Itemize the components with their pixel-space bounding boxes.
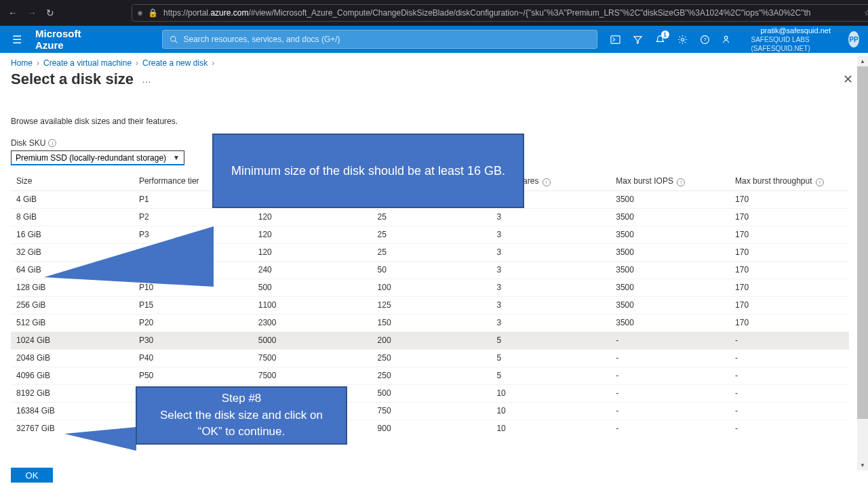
- reload-button[interactable]: ↻: [46, 7, 54, 18]
- table-row[interactable]: 1024 GiBP3050002005--: [11, 331, 849, 349]
- cell-diops: 120: [253, 243, 372, 261]
- cell-size: 512 GiB: [11, 314, 134, 331]
- settings-icon[interactable]: [677, 34, 688, 45]
- table-row[interactable]: 8 GiBP21202533500170: [11, 208, 849, 226]
- user-email: pratik@safesquid.net: [760, 26, 831, 35]
- cell-diops: 500: [253, 279, 372, 296]
- cell-btp: 170: [730, 243, 849, 261]
- callout-pointer: [44, 226, 214, 287]
- cell-mshr: 3: [491, 314, 610, 331]
- table-row[interactable]: 256 GiBP15110012533500170: [11, 296, 849, 314]
- cell-biops: 3500: [610, 261, 730, 279]
- col-burst-throughput[interactable]: Max burst throughput i: [730, 172, 849, 190]
- cell-mshr: 5: [491, 349, 610, 367]
- more-icon[interactable]: …: [142, 74, 151, 85]
- cell-dtp: 250: [372, 367, 492, 384]
- cell-mshr: 3: [491, 208, 610, 226]
- lock-icon: 🔒️: [148, 8, 158, 18]
- cell-btp: -: [730, 349, 849, 367]
- cell-size: 8 GiB: [11, 208, 134, 226]
- cell-biops: 3500: [610, 208, 730, 226]
- cell-biops: -: [610, 402, 730, 420]
- sku-select[interactable]: Premium SSD (locally-redundant storage) …: [11, 150, 184, 165]
- cell-diops: 5000: [253, 331, 372, 349]
- filter-icon[interactable]: [633, 34, 643, 45]
- svg-point-0: [170, 36, 175, 41]
- cell-dtp: 50: [372, 261, 492, 279]
- cell-btp: -: [730, 331, 849, 349]
- svg-text:?: ?: [703, 37, 706, 43]
- cell-size: 256 GiB: [11, 296, 134, 314]
- help-icon[interactable]: ?: [700, 34, 710, 45]
- cell-tier: P15: [134, 296, 253, 314]
- cell-biops: 3500: [610, 279, 730, 296]
- cell-biops: -: [610, 420, 730, 437]
- brand[interactable]: Microsoft Azure: [35, 28, 81, 51]
- cell-btp: 170: [730, 296, 849, 314]
- info-icon[interactable]: i: [48, 139, 56, 147]
- scroll-up-icon[interactable]: ▲: [857, 56, 868, 66]
- scrollbar-thumb[interactable]: [857, 66, 868, 419]
- cell-dtp: 250: [372, 349, 492, 367]
- breadcrumb: Home › Create a virtual machine › Create…: [0, 53, 868, 70]
- cell-btp: 170: [730, 261, 849, 279]
- cell-mshr: 10: [491, 402, 610, 420]
- scroll-down-icon[interactable]: ▼: [857, 460, 868, 470]
- cell-btp: -: [730, 367, 849, 384]
- cell-size: 4096 GiB: [11, 367, 134, 384]
- menu-icon[interactable]: ☰: [12, 33, 22, 46]
- col-burst-iops[interactable]: Max burst IOPS i: [610, 172, 730, 190]
- cell-mshr: 3: [491, 261, 610, 279]
- crumb-disk[interactable]: Create a new disk: [142, 58, 208, 68]
- cloud-shell-icon[interactable]: [610, 34, 620, 45]
- chevron-right-icon: ›: [212, 58, 214, 68]
- cell-tier: P30: [134, 331, 253, 349]
- callout-step8: Step #8 Select the disk size and click o…: [136, 386, 347, 445]
- bookmark-icon[interactable]: ☆: [864, 8, 868, 18]
- cell-mshr: 5: [491, 367, 610, 384]
- cell-biops: 3500: [610, 314, 730, 331]
- cell-size: 2048 GiB: [11, 349, 134, 367]
- close-icon[interactable]: ✕: [843, 72, 857, 87]
- browser-toolbar: ← → ↻ ⎈ 🔒️ https://portal.azure.com/#vie…: [0, 0, 868, 26]
- cell-tier: P2: [134, 208, 253, 226]
- cell-size: 4 GiB: [11, 190, 134, 208]
- cell-mshr: 3: [491, 243, 610, 261]
- ok-button[interactable]: OK: [11, 468, 53, 483]
- feedback-icon[interactable]: [722, 34, 732, 45]
- cell-diops: 2300: [253, 314, 372, 331]
- forward-button[interactable]: →: [27, 7, 37, 18]
- cell-dtp: 750: [372, 402, 492, 420]
- scrollbar[interactable]: ▲ ▼: [857, 66, 868, 460]
- cell-mshr: 3: [491, 279, 610, 296]
- cell-diops: 7500: [253, 349, 372, 367]
- callout-pointer: [64, 427, 136, 451]
- cell-btp: 170: [730, 314, 849, 331]
- table-row[interactable]: 512 GiBP20230015033500170: [11, 314, 849, 331]
- cell-biops: -: [610, 331, 730, 349]
- sku-value: Premium SSD (locally-redundant storage): [16, 153, 166, 163]
- notification-badge: 1: [661, 30, 669, 39]
- cell-dtp: 25: [372, 226, 492, 243]
- crumb-home[interactable]: Home: [11, 58, 33, 68]
- table-row[interactable]: 2048 GiBP4075002505--: [11, 349, 849, 367]
- cell-diops: 120: [253, 208, 372, 226]
- info-icon[interactable]: i: [816, 178, 824, 186]
- address-bar[interactable]: ⎈ 🔒️ https://portal.azure.com/#view/Micr…: [132, 4, 868, 22]
- col-size[interactable]: Size: [11, 172, 134, 190]
- table-row[interactable]: 4096 GiBP5075002505--: [11, 367, 849, 384]
- info-icon[interactable]: i: [542, 178, 551, 186]
- search-placeholder: Search resources, services, and docs (G+…: [184, 35, 340, 44]
- notifications-icon[interactable]: 1: [655, 34, 665, 45]
- page-description: Browse available disk sizes and their fe…: [11, 117, 857, 126]
- chevron-right-icon: ›: [37, 58, 39, 68]
- info-icon[interactable]: i: [677, 178, 685, 186]
- account-info[interactable]: pratik@safesquid.net SAFESQUID LABS (SAF…: [751, 26, 831, 53]
- cell-btp: -: [730, 420, 849, 437]
- cell-mshr: 3: [491, 296, 610, 314]
- search-input[interactable]: Search resources, services, and docs (G+…: [163, 30, 597, 48]
- cell-diops: 240: [253, 261, 372, 279]
- back-button[interactable]: ←: [8, 7, 18, 18]
- crumb-vm[interactable]: Create a virtual machine: [43, 58, 132, 68]
- avatar[interactable]: PP: [848, 31, 859, 47]
